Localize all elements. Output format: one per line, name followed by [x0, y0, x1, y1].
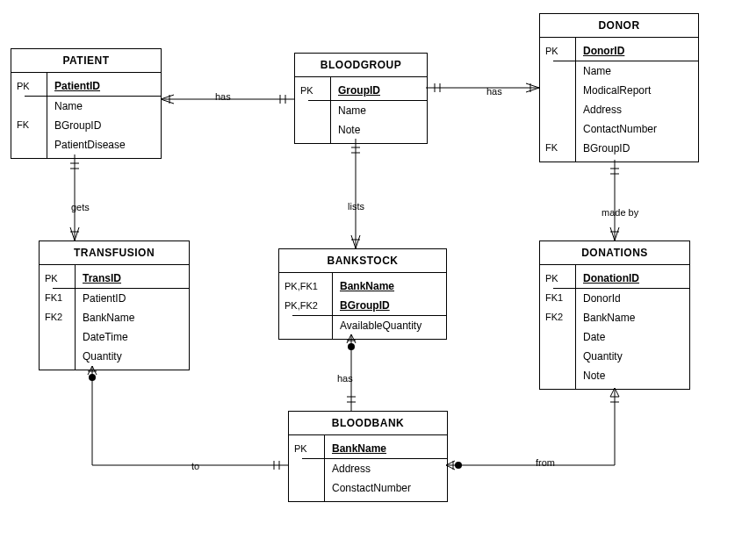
- attr-name: Note: [338, 120, 420, 140]
- entity-patient: PATIENT PK FK PatientID Name BGroupID Pa…: [11, 48, 162, 159]
- relationship-label: lists: [346, 201, 366, 212]
- key-label: [294, 477, 319, 497]
- attr-name: PatientID: [83, 289, 182, 308]
- entity-donor: DONOR PK FK DonorID Name ModicalReport A…: [539, 13, 699, 162]
- attr-name: Address: [332, 459, 440, 478]
- key-label: [300, 100, 325, 119]
- key-label: [45, 346, 69, 365]
- relationship-label: has: [335, 373, 355, 384]
- svg-line-13: [70, 227, 75, 241]
- svg-point-25: [348, 343, 355, 350]
- key-label: [545, 99, 570, 118]
- svg-line-23: [610, 227, 615, 241]
- key-label: FK2: [45, 307, 69, 327]
- attr-name: Name: [338, 101, 420, 120]
- entity-title: BLOODGROUP: [295, 54, 427, 77]
- attr-name: Quantity: [83, 347, 182, 366]
- entity-donations: DONATIONS PK FK1 FK2 DonationID DonorId …: [539, 241, 690, 390]
- attr-name: DateTime: [83, 327, 182, 347]
- attr-name: Name: [54, 97, 154, 116]
- relationship-label: from: [534, 457, 557, 468]
- key-label: PK: [45, 269, 69, 288]
- key-label: FK1: [545, 288, 570, 307]
- attr-name: Date: [583, 327, 682, 347]
- attr-name: AvailableQuantity: [340, 316, 439, 335]
- entity-title: BANKSTOCK: [279, 249, 446, 273]
- attr-name: TransID: [83, 269, 182, 288]
- key-label: [545, 118, 570, 138]
- attr-name: ContactNumber: [583, 119, 691, 139]
- key-label: PK: [294, 439, 319, 458]
- svg-line-18: [351, 235, 356, 248]
- key-label: [17, 134, 41, 154]
- relationship-label: has: [485, 86, 504, 97]
- relationship-label: made by: [600, 207, 640, 218]
- entity-bankstock: BANKSTOCK PK,FK1 PK,FK2 BankName BGroupI…: [278, 248, 447, 340]
- relationship-label: to: [190, 461, 201, 471]
- key-label: FK2: [545, 307, 570, 327]
- key-label: [17, 96, 41, 115]
- attr-name: BGroupID: [340, 296, 439, 315]
- svg-line-2: [161, 99, 174, 104]
- attr-name: BGroupID: [583, 139, 691, 158]
- svg-point-41: [455, 462, 462, 469]
- key-label: PK: [545, 41, 570, 61]
- attr-name: Quantity: [583, 347, 682, 366]
- key-label: [545, 327, 570, 346]
- key-label: FK1: [45, 288, 69, 307]
- entity-title: BLOODBANK: [289, 412, 447, 435]
- entity-title: PATIENT: [11, 49, 161, 73]
- key-label: [285, 315, 327, 334]
- attr-name: BankName: [83, 308, 182, 327]
- key-label: PK,FK2: [285, 296, 327, 315]
- key-label: PK: [300, 81, 325, 100]
- key-label: [545, 61, 570, 80]
- key-label: [300, 119, 325, 139]
- attr-name: PatientID: [54, 76, 154, 96]
- key-label: [545, 365, 570, 384]
- svg-line-1: [161, 95, 174, 99]
- key-label: FK: [17, 115, 41, 134]
- svg-line-9: [526, 88, 539, 92]
- entity-bloodbank: BLOODBANK PK BankName Address ConstactNu…: [288, 411, 448, 502]
- svg-line-24: [615, 227, 619, 241]
- attr-name: BankName: [340, 276, 439, 296]
- attr-name: Note: [583, 366, 682, 385]
- key-label: [45, 327, 69, 346]
- entity-title: DONATIONS: [540, 241, 689, 265]
- attr-name: Address: [583, 100, 691, 119]
- key-label: FK: [545, 138, 570, 157]
- svg-line-8: [526, 83, 539, 88]
- entity-title: TRANSFUSION: [40, 241, 189, 265]
- attr-name: BankName: [583, 308, 682, 327]
- key-label: [294, 458, 319, 477]
- entity-bloodgroup: BLOODGROUP PK GroupID Name Note: [294, 53, 428, 144]
- relationship-label: has: [213, 91, 233, 102]
- attr-name: ConstactNumber: [332, 478, 440, 498]
- svg-line-19: [356, 235, 360, 248]
- attr-name: Name: [583, 61, 691, 81]
- key-label: [545, 346, 570, 365]
- attr-name: GroupID: [338, 81, 420, 100]
- relationship-label: gets: [69, 202, 91, 212]
- attr-name: DonationID: [583, 269, 682, 288]
- attr-name: BankName: [332, 439, 440, 458]
- entity-transfusion: TRANSFUSION PK FK1 FK2 TransID PatientID…: [39, 241, 190, 370]
- svg-line-14: [75, 227, 79, 241]
- entity-title: DONOR: [540, 14, 698, 38]
- attr-name: PatientDisease: [54, 135, 154, 154]
- attr-name: DonorId: [583, 289, 682, 308]
- attr-name: BGroupID: [54, 116, 154, 135]
- attr-name: ModicalReport: [583, 81, 691, 100]
- key-label: PK: [545, 269, 570, 288]
- key-label: PK,FK1: [285, 276, 327, 296]
- attr-name: DonorID: [583, 41, 691, 61]
- key-label: PK: [17, 76, 41, 96]
- key-label: [545, 80, 570, 99]
- svg-point-31: [89, 374, 96, 381]
